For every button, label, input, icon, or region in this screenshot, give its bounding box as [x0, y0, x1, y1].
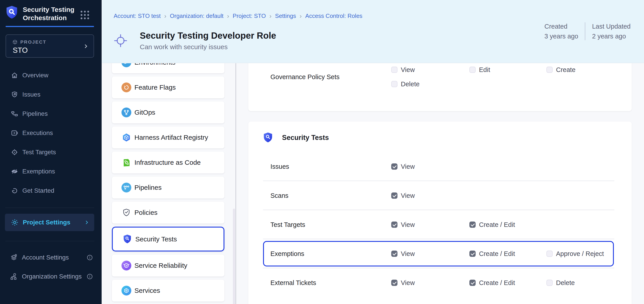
- module-card-policies[interactable]: Policies: [112, 202, 224, 223]
- module-card-harness-artifact-registry[interactable]: Harness Artifact Registry: [112, 127, 224, 148]
- permission-row-scans: Scans View: [248, 181, 632, 210]
- security-tests-card: Security Tests Issues View Scans: [248, 122, 632, 304]
- permission-option-approve-reject[interactable]: Approve / Reject: [546, 250, 632, 257]
- sidebar-item-get-started[interactable]: Get Started: [0, 181, 102, 200]
- section-title: Security Tests: [282, 134, 329, 142]
- governance-policy-sets-card: Governance Policy Sets View Edit Create: [248, 63, 632, 111]
- module-grid-icon[interactable]: [80, 11, 89, 19]
- info-icon[interactable]: [86, 273, 93, 280]
- module-card-gitops[interactable]: GitOps: [112, 102, 224, 123]
- permission-option-view[interactable]: View: [391, 163, 470, 170]
- project-name: STO: [13, 46, 28, 55]
- app-logo[interactable]: Security Testing Orchestration: [6, 5, 80, 22]
- module-list-scrollbar-track: [236, 63, 236, 304]
- permission-option-create-edit[interactable]: Create / Edit: [470, 279, 546, 286]
- checkbox[interactable]: [391, 250, 398, 257]
- module-card-security-tests[interactable]: Security Tests: [112, 227, 224, 251]
- permission-option-create-edit[interactable]: Create / Edit: [470, 250, 546, 257]
- permission-option-edit[interactable]: Edit: [470, 66, 546, 74]
- eye-off-icon: [11, 168, 18, 175]
- created-value: 3 years ago: [544, 31, 578, 41]
- checkbox[interactable]: [546, 250, 553, 257]
- breadcrumb-link-project[interactable]: Project: STO: [233, 13, 266, 20]
- sidebar-item-project-settings[interactable]: Project Settings: [5, 214, 94, 231]
- checkbox[interactable]: [470, 250, 476, 257]
- sidebar-item-organization-settings[interactable]: Organization Settings: [0, 269, 102, 283]
- last-updated-value: 2 years ago: [592, 31, 630, 41]
- chevron-separator-icon: ›: [227, 13, 229, 19]
- checkbox[interactable]: [470, 221, 476, 228]
- module-label: Pipelines: [134, 184, 162, 191]
- checkbox[interactable]: [470, 67, 476, 73]
- sidebar-item-account-settings[interactable]: Account Settings: [0, 250, 102, 264]
- module-label: Environments: [134, 63, 175, 66]
- sidebar-item-label: Pipelines: [22, 110, 48, 117]
- module-card-environments[interactable]: Environments: [112, 63, 224, 73]
- sidebar-item-pipelines[interactable]: Pipelines: [0, 104, 102, 123]
- breadcrumb-link-organization[interactable]: Organization: default: [170, 13, 224, 20]
- permission-option-create[interactable]: Create: [546, 66, 632, 74]
- sidebar-item-label: Issues: [22, 91, 40, 98]
- checkbox[interactable]: [470, 280, 476, 286]
- project-selector[interactable]: PROJECT STO: [6, 35, 94, 58]
- permission-option-delete[interactable]: Delete: [391, 81, 470, 88]
- checkbox[interactable]: [391, 163, 398, 170]
- sidebar-item-label: Exemptions: [22, 168, 55, 175]
- content-area: Environments Feature Flags GitOps: [102, 63, 644, 304]
- checkbox[interactable]: [546, 67, 553, 73]
- info-icon[interactable]: [86, 254, 93, 261]
- permission-option-create-edit[interactable]: Create / Edit: [470, 221, 546, 228]
- chevron-separator-icon: ›: [300, 13, 302, 19]
- permission-option-view[interactable]: View: [391, 279, 470, 286]
- module-card-feature-flags[interactable]: Feature Flags: [112, 77, 224, 98]
- sidebar-item-issues[interactable]: Issues: [0, 85, 102, 104]
- created-block: Created 3 years ago: [544, 22, 578, 41]
- sidebar-item-executions[interactable]: Executions: [0, 123, 102, 143]
- permission-row-issues: Issues View: [248, 152, 632, 181]
- checkbox-label: Create / Edit: [479, 221, 515, 228]
- layers-gear-icon: [10, 253, 18, 261]
- shield-search-icon: [11, 91, 18, 98]
- artifact-registry-icon: [122, 133, 131, 142]
- module-card-services[interactable]: Services: [112, 280, 224, 301]
- resource-label: Scans: [270, 192, 391, 199]
- sidebar-item-label: Executions: [22, 129, 53, 137]
- module-card-service-reliability[interactable]: Service Reliability: [112, 255, 224, 276]
- permission-row-exemptions: Exemptions View Create / Edit Approve / …: [248, 239, 632, 268]
- permission-option-view[interactable]: View: [391, 250, 470, 257]
- sidebar-item-label: Organization Settings: [22, 273, 82, 280]
- sidebar-item-label: Account Settings: [22, 254, 82, 261]
- checkbox[interactable]: [391, 280, 398, 286]
- module-label: Feature Flags: [134, 84, 176, 91]
- meta-divider: [585, 22, 585, 40]
- sidebar-item-test-targets[interactable]: Test Targets: [0, 143, 102, 162]
- checkbox[interactable]: [391, 81, 398, 87]
- checkbox[interactable]: [391, 221, 398, 228]
- module-list: Environments Feature Flags GitOps: [112, 63, 224, 304]
- checkbox[interactable]: [391, 192, 398, 199]
- checkbox-label: Edit: [479, 66, 490, 74]
- module-card-infrastructure-as-code[interactable]: Infrastructure as Code: [112, 152, 224, 173]
- checkbox-label: View: [401, 66, 415, 74]
- permission-option-view[interactable]: View: [391, 192, 470, 199]
- sidebar-item-exemptions[interactable]: Exemptions: [0, 162, 102, 181]
- permission-option-view[interactable]: View: [391, 221, 470, 228]
- breadcrumb-link-access-control-roles[interactable]: Access Control: Roles: [305, 13, 362, 20]
- breadcrumb-link-settings[interactable]: Settings: [275, 13, 296, 20]
- checkbox[interactable]: [391, 67, 398, 73]
- home-icon: [11, 72, 18, 79]
- project-label: PROJECT: [20, 39, 46, 45]
- breadcrumb-link-account[interactable]: Account: STO test: [114, 13, 161, 20]
- module-card-pipelines[interactable]: Pipelines: [112, 177, 224, 198]
- page-header: Account: STO test › Organization: defaul…: [102, 0, 644, 63]
- feature-flags-icon: [122, 83, 131, 92]
- checkbox[interactable]: [546, 280, 553, 286]
- gitops-icon: [122, 108, 131, 117]
- permission-option-delete[interactable]: Delete: [546, 279, 632, 286]
- module-label: Policies: [134, 209, 158, 216]
- sidebar-item-overview[interactable]: Overview: [0, 66, 102, 85]
- permission-rows: Issues View Scans View: [248, 152, 632, 297]
- module-list-scrollbar-thumb[interactable]: [233, 209, 235, 304]
- permission-option-view[interactable]: View: [391, 66, 470, 74]
- sidebar: Security Testing Orchestration PROJECT S…: [0, 0, 102, 304]
